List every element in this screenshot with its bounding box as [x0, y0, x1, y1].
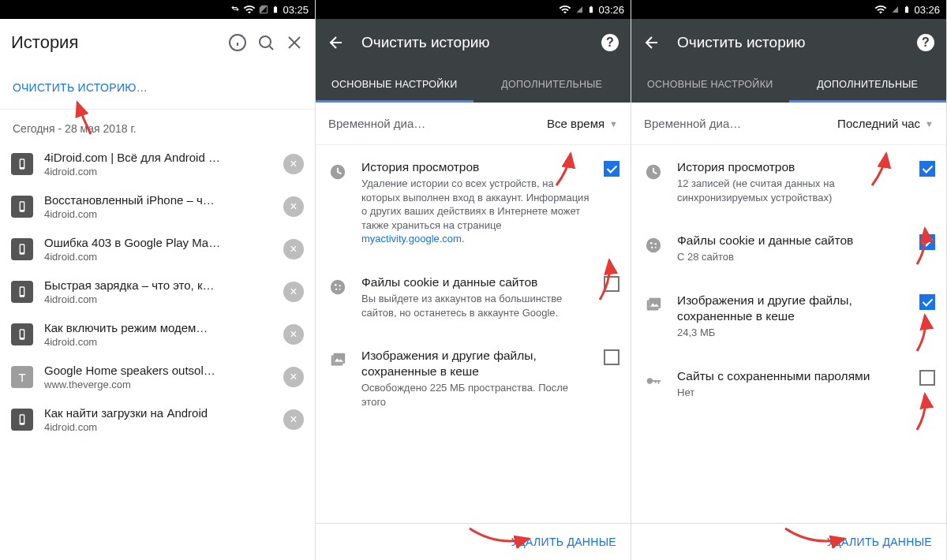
- history-title: Восстановленный iPhone – ч…: [44, 193, 272, 207]
- tab-advanced[interactable]: ДОПОЛНИТЕЛЬНЫЕ: [789, 66, 947, 103]
- status-bar: 03:25: [0, 0, 315, 19]
- history-list: 4iDroid.com | Всё для Android …4idroid.c…: [0, 143, 315, 560]
- delete-data-button[interactable]: УДАЛИТЬ ДАННЫЕ: [827, 536, 932, 548]
- close-icon[interactable]: [285, 33, 304, 52]
- setting-item[interactable]: Изображения и другие файлы, сохраненные …: [316, 334, 631, 423]
- battery-icon: [271, 3, 279, 16]
- history-domain: www.theverge.com: [44, 379, 272, 390]
- favicon: T: [11, 366, 33, 388]
- setting-item[interactable]: Изображения и другие файлы, сохраненные …: [631, 278, 946, 354]
- search-icon[interactable]: [256, 33, 275, 52]
- status-icons: [230, 3, 279, 16]
- checkbox[interactable]: [604, 276, 619, 292]
- setting-text: История просмотров12 записей (не считая …: [677, 159, 907, 204]
- remove-button[interactable]: ×: [283, 324, 304, 345]
- time-range-value: Все время: [547, 117, 605, 130]
- setting-title: История просмотров: [677, 159, 907, 175]
- setting-text: История просмотровУдаление истории со вс…: [361, 159, 591, 246]
- time-range-row[interactable]: Временной диа… Все время ▼: [316, 103, 631, 145]
- help-icon[interactable]: ?: [601, 33, 619, 52]
- status-icons: [559, 3, 595, 16]
- tab-basic[interactable]: ОСНОВНЫЕ НАСТРОЙКИ: [631, 66, 789, 103]
- setting-item[interactable]: История просмотров12 записей (не считая …: [631, 145, 946, 218]
- setting-item[interactable]: Файлы cookie и данные сайтовВы выйдете и…: [316, 260, 631, 334]
- checkbox[interactable]: [919, 234, 935, 250]
- history-item[interactable]: Как найти загрузки на Android4idroid.com…: [0, 398, 315, 441]
- history-text: 4iDroid.com | Всё для Android …4idroid.c…: [44, 151, 272, 177]
- status-time: 03:25: [283, 4, 309, 16]
- history-text: Быстрая зарядка – что это, к…4idroid.com: [44, 278, 272, 305]
- history-domain: 4idroid.com: [44, 251, 272, 263]
- chevron-down-icon: ▼: [925, 119, 934, 129]
- svg-rect-14: [21, 288, 24, 295]
- link[interactable]: myactivity.google.com: [361, 233, 462, 245]
- setting-item[interactable]: История просмотровУдаление истории со вс…: [316, 145, 631, 260]
- history-item[interactable]: 4iDroid.com | Всё для Android …4idroid.c…: [0, 143, 315, 185]
- setting-text: Файлы cookie и данные сайтовС 28 сайтов: [677, 233, 907, 264]
- tab-advanced[interactable]: ДОПОЛНИТЕЛЬНЫЕ: [474, 66, 631, 103]
- svg-point-40: [655, 247, 657, 248]
- time-range-row[interactable]: Временной диа… Последний час ▼: [631, 103, 946, 145]
- history-domain: 4idroid.com: [44, 421, 272, 433]
- history-title: Быстрая зарядка – что это, к…: [44, 278, 272, 292]
- status-bar: 03:26: [631, 0, 946, 19]
- page-title: Очистить историю: [361, 34, 585, 51]
- setting-title: История просмотров: [361, 159, 591, 175]
- no-sim-icon: [574, 4, 585, 15]
- svg-line-4: [270, 47, 274, 50]
- wifi-icon: [874, 3, 887, 16]
- clear-history-link[interactable]: ОЧИСТИТЬ ИСТОРИЮ…: [13, 81, 148, 94]
- checkbox[interactable]: [604, 161, 619, 177]
- history-domain: 4idroid.com: [44, 293, 272, 305]
- no-sim-icon: [889, 4, 900, 15]
- back-icon[interactable]: [642, 33, 661, 52]
- no-sim-icon: [258, 4, 269, 15]
- favicon: [11, 196, 33, 218]
- setting-subtitle: Нет: [677, 386, 907, 400]
- delete-data-button[interactable]: УДАЛИТЬ ДАННЫЕ: [511, 536, 616, 548]
- checkbox[interactable]: [604, 349, 619, 365]
- checkbox[interactable]: [919, 370, 935, 386]
- history-item[interactable]: Ошибка 403 в Google Play Ma…4idroid.com×: [0, 228, 315, 271]
- svg-text:?: ?: [606, 35, 614, 49]
- tab-basic[interactable]: ОСНОВНЫЕ НАСТРОЙКИ: [316, 66, 474, 103]
- checkbox[interactable]: [919, 161, 935, 177]
- svg-point-3: [260, 36, 271, 47]
- history-item[interactable]: TGoogle Home speakers outsol…www.theverg…: [0, 356, 315, 398]
- favicon: [11, 238, 33, 260]
- help-icon[interactable]: ?: [916, 33, 935, 52]
- favicon: [11, 153, 33, 175]
- app-bar: Очистить историю ?: [631, 19, 946, 66]
- back-icon[interactable]: [327, 33, 346, 52]
- history-item[interactable]: Быстрая зарядка – что это, к…4idroid.com…: [0, 271, 315, 313]
- app-bar: История: [0, 19, 315, 66]
- history-icon: [327, 161, 349, 183]
- remove-button[interactable]: ×: [283, 409, 304, 430]
- history-icon: [642, 161, 664, 183]
- key-icon: [642, 370, 664, 392]
- setting-item[interactable]: Сайты с сохраненными паролямиНет: [631, 354, 946, 414]
- history-text: Восстановленный iPhone – ч…4idroid.com: [44, 193, 272, 220]
- info-icon[interactable]: [228, 33, 247, 52]
- remove-button[interactable]: ×: [283, 196, 304, 217]
- setting-text: Файлы cookie и данные сайтовВы выйдете и…: [361, 274, 591, 319]
- setting-subtitle: Удаление истории со всех устройств, на к…: [361, 177, 591, 246]
- checkbox[interactable]: [919, 294, 935, 310]
- history-item[interactable]: Как включить режим модем…4idroid.com×: [0, 313, 315, 356]
- setting-item[interactable]: Файлы cookie и данные сайтовС 28 сайтов: [631, 218, 946, 278]
- setting-title: Файлы cookie и данные сайтов: [677, 233, 907, 248]
- app-bar: Очистить историю ?: [316, 19, 631, 66]
- history-item[interactable]: Восстановленный iPhone – ч…4idroid.com×: [0, 185, 315, 228]
- screen-clear-basic: 03:26 Очистить историю ? ОСНОВНЫЕ НАСТРО…: [316, 0, 631, 560]
- history-domain: 4idroid.com: [44, 336, 272, 348]
- setting-subtitle: 24,3 МБ: [677, 326, 907, 340]
- svg-rect-10: [21, 203, 24, 210]
- remove-button[interactable]: ×: [283, 282, 304, 302]
- remove-button[interactable]: ×: [283, 239, 304, 259]
- image-icon: [642, 294, 664, 316]
- image-icon: [327, 349, 349, 371]
- remove-button[interactable]: ×: [283, 154, 304, 174]
- svg-rect-18: [21, 416, 24, 423]
- remove-button[interactable]: ×: [283, 367, 304, 387]
- svg-rect-46: [652, 380, 661, 382]
